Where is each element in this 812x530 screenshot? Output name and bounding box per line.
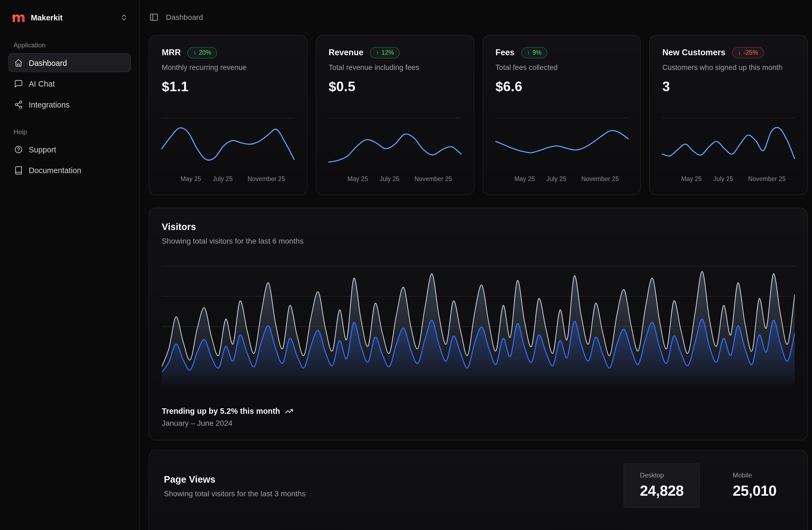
section-label: Help: [14, 128, 126, 136]
home-icon: [14, 58, 23, 67]
page-views-subtitle: Showing total visitors for the last 3 mo…: [164, 489, 306, 498]
trend-text: Trending up by 5.2% this month: [162, 406, 280, 415]
sidebar-item-documentation[interactable]: Documentation: [9, 161, 131, 180]
sidebar-toggle-button[interactable]: [149, 13, 159, 22]
stat-value: 24,828: [640, 483, 684, 499]
date-range-text: January – June 2024: [162, 419, 795, 427]
page-views-card: Page Views Showing total visitors for th…: [149, 450, 808, 530]
stat-value: $1.1: [162, 79, 294, 95]
sparkline-chart: [329, 117, 461, 171]
stat-cards-row: MRR ↑20% Monthly recurring revenue $1.1 …: [149, 35, 808, 195]
trend-arrow-icon: ↑: [193, 50, 196, 56]
x-tick-label: November 25: [247, 175, 285, 183]
trend-badge: ↑9%: [521, 47, 547, 58]
stat-title: New Customers: [662, 48, 725, 57]
visitors-card: Visitors Showing total visitors for the …: [149, 208, 808, 441]
trend-arrow-icon: ↑: [376, 50, 379, 56]
brand-name: Makerkit: [31, 13, 63, 22]
sidebar-item-label: Support: [29, 145, 56, 154]
stat-value: 3: [662, 79, 795, 95]
sidebar-section-help: Help Support Documentation: [9, 128, 131, 180]
visitors-subtitle: Showing total visitors for the last 6 mo…: [162, 237, 795, 245]
sidebar-section-application: Application Dashboard AI Chat Integratio…: [9, 42, 131, 114]
sparkline-chart: [162, 117, 294, 171]
sparkline-chart: [662, 117, 795, 171]
trend-arrow-icon: ↑: [527, 50, 530, 56]
stat-title: MRR: [162, 48, 181, 57]
x-tick-label: November 25: [748, 175, 786, 183]
stat-title: Revenue: [329, 48, 363, 57]
x-tick-label: July 25: [713, 175, 733, 183]
stat-subtitle: Total revenue including fees: [329, 63, 461, 72]
x-tick-label: May 25: [181, 175, 201, 183]
x-tick-label: May 25: [347, 175, 368, 183]
visitors-title: Visitors: [162, 222, 795, 233]
trend-badge: ↑20%: [188, 47, 217, 58]
sparkline-x-labels: May 25 July 25 November 25: [162, 175, 294, 183]
stat-label: Mobile: [733, 472, 777, 479]
badge-value: 20%: [199, 49, 211, 57]
trend-arrow-icon: ↓: [738, 50, 741, 56]
dashboard-content: MRR ↑20% Monthly recurring revenue $1.1 …: [140, 34, 812, 530]
sidebar-item-support[interactable]: Support: [9, 140, 131, 159]
visitors-footer: Trending up by 5.2% this month January –…: [162, 406, 795, 427]
badge-value: -25%: [743, 49, 758, 57]
stat-card-fees: Fees ↑9% Total fees collected $6.6 May 2…: [482, 35, 641, 195]
main-area: Dashboard MRR ↑20% Monthly recurring rev…: [140, 0, 812, 530]
sparkline-x-labels: May 25 July 25 November 25: [662, 175, 795, 183]
x-tick-label: July 25: [380, 175, 400, 183]
trending-up-icon: [285, 407, 293, 415]
panel-left-icon: [149, 13, 159, 22]
x-tick-label: November 25: [581, 175, 619, 183]
page-views-toggles: Desktop 24,828 Mobile 25,010: [624, 450, 807, 508]
stat-value: $6.6: [495, 79, 628, 95]
breadcrumb: Dashboard: [166, 13, 203, 22]
sparkline-x-labels: May 25 July 25 November 25: [329, 175, 461, 183]
sidebar: m Makerkit Application Dashboard AI Chat: [0, 0, 140, 530]
stat-subtitle: Customers who signed up this month: [662, 63, 795, 72]
stat-subtitle: Monthly recurring revenue: [162, 63, 294, 72]
sidebar-item-label: AI Chat: [29, 79, 55, 88]
x-tick-label: July 25: [546, 175, 566, 183]
chevrons-up-down-icon: [120, 13, 128, 21]
sidebar-item-dashboard[interactable]: Dashboard: [9, 53, 131, 72]
section-label: Application: [14, 42, 126, 49]
stat-subtitle: Total fees collected: [495, 63, 628, 72]
sidebar-item-ai-chat[interactable]: AI Chat: [9, 74, 131, 93]
badge-value: 12%: [381, 49, 394, 57]
stat-label: Desktop: [640, 472, 684, 479]
mobile-stat-toggle[interactable]: Mobile 25,010: [716, 463, 793, 508]
sidebar-item-integrations[interactable]: Integrations: [9, 95, 131, 114]
book-icon: [14, 166, 23, 175]
app-root: m Makerkit Application Dashboard AI Chat: [0, 0, 812, 530]
sidebar-item-label: Documentation: [29, 166, 81, 175]
badge-value: 9%: [533, 49, 541, 57]
desktop-stat-toggle[interactable]: Desktop 24,828: [624, 463, 700, 508]
makerkit-logo: m: [12, 10, 26, 24]
visitors-area-chart: [162, 263, 795, 385]
x-tick-label: July 25: [213, 175, 233, 183]
stat-title: Fees: [495, 48, 514, 57]
trend-badge: ↓-25%: [732, 47, 764, 58]
stat-value: $0.5: [329, 79, 461, 95]
trend-badge: ↑12%: [370, 47, 400, 58]
stat-card-new-customers: New Customers ↓-25% Customers who signed…: [649, 35, 808, 195]
help-circle-icon: [14, 145, 23, 154]
sidebar-item-label: Integrations: [29, 100, 69, 109]
stat-value: 25,010: [733, 483, 777, 499]
x-tick-label: November 25: [414, 175, 452, 183]
topbar: Dashboard: [140, 0, 812, 34]
page-views-title: Page Views: [164, 474, 306, 485]
stat-card-revenue: Revenue ↑12% Total revenue including fee…: [316, 35, 474, 195]
x-tick-label: May 25: [514, 175, 535, 183]
stat-card-mrr: MRR ↑20% Monthly recurring revenue $1.1 …: [149, 35, 307, 195]
sparkline-chart: [495, 117, 628, 171]
workspace-selector[interactable]: m Makerkit: [9, 8, 131, 27]
sidebar-item-label: Dashboard: [29, 58, 67, 67]
share-icon: [14, 100, 23, 109]
chat-icon: [14, 79, 23, 88]
sparkline-x-labels: May 25 July 25 November 25: [495, 175, 628, 183]
x-tick-label: May 25: [681, 175, 701, 183]
